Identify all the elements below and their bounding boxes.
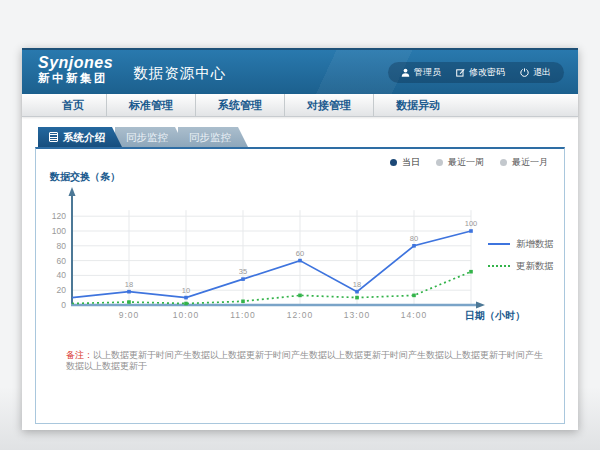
- line-chart: 0204060801001209:0010:0011:0012:0013:001…: [42, 165, 528, 335]
- legend-item-1: 更新数据: [488, 255, 554, 277]
- svg-text:12:00: 12:00: [287, 310, 313, 320]
- legend-label: 更新数据: [516, 260, 554, 273]
- svg-text:13:00: 13:00: [344, 310, 370, 320]
- change-password-button[interactable]: 修改密码: [456, 66, 505, 79]
- nav-item-4[interactable]: 数据异动: [373, 94, 462, 116]
- legend-item-0: 新增数据: [488, 233, 554, 255]
- svg-text:80: 80: [410, 234, 418, 243]
- page-title: 数据资源中心: [133, 64, 226, 84]
- nav-item-3[interactable]: 对接管理: [284, 94, 373, 116]
- svg-text:60: 60: [57, 256, 67, 266]
- svg-text:18: 18: [125, 280, 133, 289]
- nav-item-1[interactable]: 标准管理: [106, 94, 195, 116]
- legend-label: 新增数据: [516, 238, 554, 251]
- legend-swatch: [488, 265, 510, 267]
- svg-text:18: 18: [353, 280, 361, 289]
- svg-text:10: 10: [182, 286, 190, 295]
- user-name: 管理员: [414, 66, 441, 79]
- series-legend: 新增数据更新数据: [488, 233, 554, 277]
- svg-text:日期（小时）: 日期（小时）: [465, 310, 525, 321]
- nav-item-0[interactable]: 首页: [40, 94, 106, 116]
- svg-text:10:00: 10:00: [173, 310, 199, 320]
- svg-text:40: 40: [57, 270, 67, 280]
- svg-text:9:00: 9:00: [119, 310, 140, 320]
- svg-text:11:00: 11:00: [230, 310, 256, 320]
- app-window: Synjones 新中新集团 数据资源中心 管理员 修改密码 退出 首页标准管理…: [22, 48, 578, 430]
- document-icon: [49, 132, 58, 142]
- tab-1[interactable]: 同步监控: [115, 127, 185, 147]
- page-background: { "header": { "logo_primary": "Synjones"…: [0, 0, 600, 450]
- note-text: 以上数据更新于时间产生数据以上数据更新于时间产生数据以上数据更新于时间产生数据以…: [66, 350, 543, 372]
- svg-text:100: 100: [52, 226, 66, 236]
- nav-item-2[interactable]: 系统管理: [195, 94, 284, 116]
- app-header: Synjones 新中新集团 数据资源中心 管理员 修改密码 退出: [22, 48, 578, 94]
- svg-text:120: 120: [52, 211, 66, 221]
- svg-text:14:00: 14:00: [401, 310, 427, 320]
- svg-text:35: 35: [239, 267, 247, 276]
- svg-text:80: 80: [57, 241, 67, 251]
- svg-text:数据交换（条）: 数据交换（条）: [49, 171, 120, 182]
- tab-0[interactable]: 系统介绍: [38, 127, 122, 147]
- brand-logo[interactable]: Synjones 新中新集团: [38, 55, 113, 84]
- svg-text:60: 60: [296, 249, 304, 258]
- content-panel: 当日最近一周最近一月 0204060801001209:0010:0011:00…: [35, 147, 565, 424]
- svg-text:100: 100: [465, 219, 478, 228]
- footer-note: 备注：以上数据更新于时间产生数据以上数据更新于时间产生数据以上数据更新于时间产生…: [66, 350, 544, 373]
- power-icon: [520, 68, 529, 77]
- content-area: 系统介绍同步监控同步监控 当日最近一周最近一月 0204060801001209…: [22, 117, 578, 424]
- legend-swatch: [488, 243, 510, 245]
- user-menu[interactable]: 管理员: [401, 66, 441, 79]
- person-icon: [401, 68, 410, 77]
- change-password-label: 修改密码: [469, 66, 505, 79]
- logout-button[interactable]: 退出: [520, 66, 551, 79]
- brand-logo-secondary: 新中新集团: [38, 72, 113, 84]
- user-toolbar: 管理员 修改密码 退出: [388, 62, 564, 83]
- logout-label: 退出: [533, 66, 551, 79]
- tab-bar: 系统介绍同步监控同步监控: [35, 127, 565, 147]
- svg-text:20: 20: [57, 285, 67, 295]
- brand-logo-primary: Synjones: [38, 55, 113, 72]
- main-nav: 首页标准管理系统管理对接管理数据异动: [22, 94, 578, 117]
- note-prefix: 备注：: [66, 350, 93, 360]
- edit-icon: [456, 68, 465, 77]
- svg-text:0: 0: [61, 300, 66, 310]
- tab-2[interactable]: 同步监控: [178, 127, 248, 147]
